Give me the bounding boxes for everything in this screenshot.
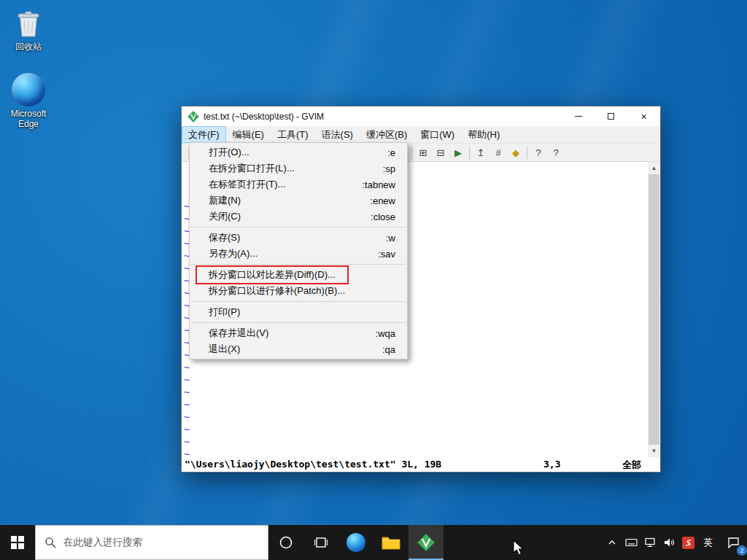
start-button[interactable] [0, 525, 35, 560]
network-button[interactable] [640, 525, 659, 560]
desktop-icon-microsoft-edge[interactable]: Microsoft Edge [4, 73, 53, 129]
window-title: test.txt (~\Desktop\test) - GVIM [204, 112, 562, 122]
taskbar-gvim-button[interactable] [409, 525, 444, 560]
menu-buffers[interactable]: 缓冲区(B) [360, 126, 414, 143]
menu-shortcut: :enew [357, 195, 395, 206]
edge-icon [12, 73, 45, 106]
menu-shortcut: :sp [370, 163, 395, 174]
volume-icon [663, 537, 675, 548]
volume-button[interactable] [659, 525, 678, 560]
edge-icon [347, 533, 365, 552]
input-method-button[interactable] [678, 525, 697, 560]
menu-shortcut: :w [373, 233, 395, 244]
cortana-icon [279, 535, 293, 550]
tray-expand-button[interactable] [603, 525, 622, 560]
network-icon [644, 537, 656, 548]
vim-logo-icon [187, 111, 199, 122]
menu-file[interactable]: 文件(F) [182, 126, 226, 143]
action-center-button[interactable]: 2 [719, 525, 747, 560]
taskbar-edge-button[interactable] [338, 525, 374, 560]
vertical-scrollbar[interactable]: ▲ ▼ [648, 162, 660, 457]
desktop-icon-label: 回收站 [15, 42, 42, 52]
toolbar-separator [527, 147, 527, 159]
input-method-icon [682, 537, 694, 549]
menu-item-split-diff[interactable]: 拆分窗口以对比差异(Diff)(D)... [190, 267, 407, 283]
notification-badge: 2 [737, 545, 747, 556]
taskbar-explorer-button[interactable] [374, 525, 409, 560]
menu-edit[interactable]: 编辑(E) [226, 126, 271, 143]
maximize-button[interactable] [595, 106, 627, 126]
menu-item-exit[interactable]: 退出(X):qa [190, 341, 407, 357]
menu-separator [191, 227, 406, 228]
menu-shortcut: :sav [365, 249, 395, 260]
menu-shortcut: :tabnew [349, 179, 395, 190]
menu-item-close[interactable]: 关闭(C):close [190, 209, 407, 225]
minimize-button[interactable] [562, 106, 595, 126]
save-session-icon[interactable]: ⊟ [433, 145, 449, 160]
search-icon [44, 537, 56, 548]
menu-shortcut: :wqa [363, 328, 395, 339]
file-info-message: "\Users\liaojy\Desktop\test\test.txt" 3L… [185, 459, 441, 470]
windows-logo-icon [11, 536, 24, 549]
menu-help[interactable]: 帮助(H) [461, 126, 506, 143]
scroll-down-button[interactable]: ▼ [648, 445, 660, 457]
menu-separator [191, 264, 406, 265]
titlebar[interactable]: test.txt (~\Desktop\test) - GVIM × [182, 106, 660, 126]
run-ctags-icon[interactable]: # [490, 145, 506, 160]
menu-item-open[interactable]: 打开(O)...:e [190, 144, 407, 160]
tag-jump-icon[interactable]: ◆ [508, 145, 524, 160]
menu-item-split-patch[interactable]: 拆分窗口以进行修补(Patch)(B)... [190, 283, 407, 299]
desktop-icon-recycle-bin[interactable]: 回收站 [4, 7, 53, 52]
find-help-icon[interactable]: ? [548, 145, 564, 160]
language-indicator[interactable]: 英 [697, 525, 719, 560]
cursor-position-ruler: 3,3 [543, 459, 560, 470]
taskbar-spacer [444, 525, 603, 560]
menu-item-open-tab[interactable]: 在标签页打开(T)...:tabnew [190, 176, 407, 192]
menu-syntax[interactable]: 语法(S) [315, 126, 360, 143]
close-icon: × [640, 112, 646, 122]
desktop-icon-label: Microsoft Edge [4, 109, 53, 129]
minimize-icon [575, 116, 582, 117]
scroll-up-button[interactable]: ▲ [648, 162, 660, 174]
load-session-icon[interactable]: ⊞ [415, 145, 431, 160]
taskbar: 在此键入进行搜索 [0, 525, 747, 560]
menu-window[interactable]: 窗口(W) [414, 126, 461, 143]
menu-item-new[interactable]: 新建(N):enew [190, 192, 407, 209]
menu-item-save[interactable]: 保存(S):w [190, 230, 407, 246]
maximize-icon [608, 113, 614, 120]
menu-separator [191, 301, 406, 302]
menu-item-save-exit[interactable]: 保存并退出(V):wqa [190, 325, 407, 341]
gvim-window: test.txt (~\Desktop\test) - GVIM × 文件(F)… [181, 106, 661, 472]
taskbar-search[interactable]: 在此键入进行搜索 [35, 525, 268, 560]
menu-item-save-as[interactable]: 另存为(A)...:sav [190, 246, 407, 262]
touch-keyboard-button[interactable] [622, 525, 640, 560]
close-button[interactable]: × [627, 106, 660, 126]
run-script-icon[interactable]: ▶ [450, 145, 466, 160]
vim-logo-icon [417, 533, 436, 552]
menu-shortcut: :qa [369, 344, 395, 355]
file-explorer-icon [382, 534, 400, 551]
scroll-position-indicator: 全部 [622, 459, 641, 472]
menu-item-print[interactable]: 打印(P) [190, 304, 407, 320]
menu-shortcut: :e [374, 147, 395, 158]
search-placeholder: 在此键入进行搜索 [63, 536, 142, 549]
menu-item-split-open[interactable]: 在拆分窗口打开(L)...:sp [190, 160, 407, 176]
chevron-up-icon [607, 537, 617, 548]
task-view-icon [314, 535, 328, 550]
cortana-button[interactable] [268, 525, 303, 560]
menu-separator [191, 322, 406, 323]
make-icon[interactable]: ↥ [473, 145, 489, 160]
recycle-bin-icon [12, 7, 44, 39]
scrollbar-thumb[interactable] [649, 174, 659, 445]
command-line: "\Users\liaojy\Desktop\test\test.txt" 3L… [182, 457, 660, 472]
file-menu-popup: 打开(O)...:e 在拆分窗口打开(L)...:sp 在标签页打开(T)...… [189, 142, 408, 359]
menubar: 文件(F) 编辑(E) 工具(T) 语法(S) 缓冲区(B) 窗口(W) 帮助(… [182, 126, 660, 143]
help-icon[interactable]: ? [530, 145, 546, 160]
task-view-button[interactable] [303, 525, 338, 560]
toolbar-separator [411, 147, 412, 159]
menu-shortcut: :close [357, 211, 395, 222]
touch-keyboard-icon [625, 537, 638, 548]
toolbar-separator [469, 147, 470, 159]
menu-tools[interactable]: 工具(T) [271, 126, 315, 143]
